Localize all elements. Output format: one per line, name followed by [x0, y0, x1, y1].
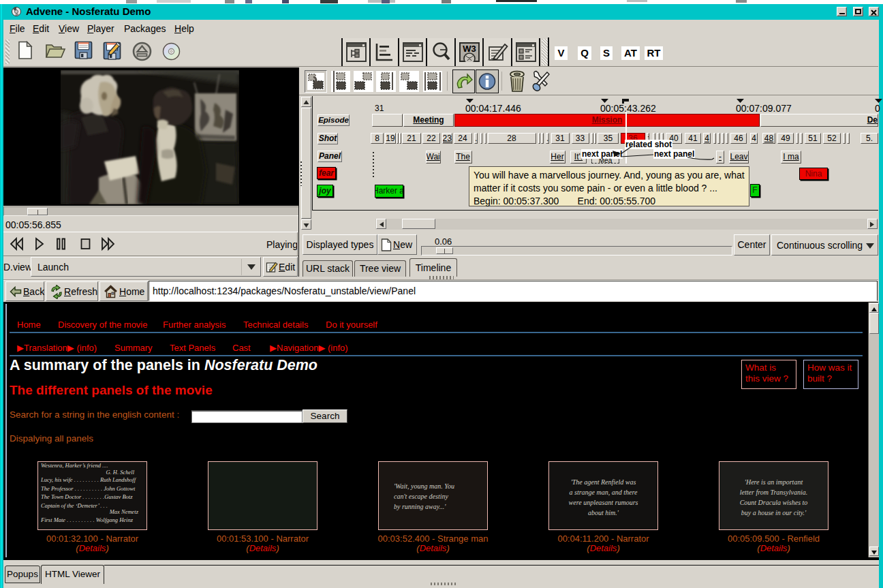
svg-text:W3: W3: [463, 44, 476, 54]
